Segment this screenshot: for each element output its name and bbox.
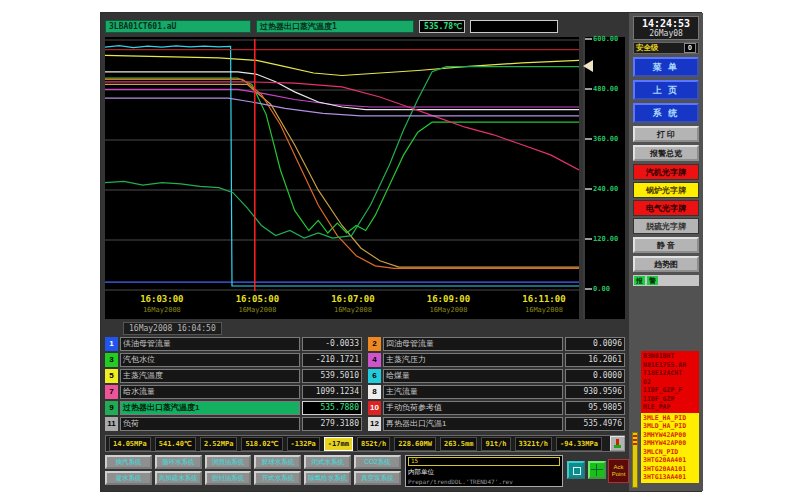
pen-entry-field[interactable]	[470, 20, 558, 33]
pen-value: 279.3180	[302, 417, 362, 431]
nav-button[interactable]: 打 印	[633, 126, 699, 142]
clock-panel: 14:24:53 26May08	[633, 16, 699, 40]
bottom-panel: 抽汽系统循环水系统润滑油系统胶球水系统闭式水系统CO2系统 凝水系统高加疏水系统…	[105, 455, 625, 489]
nav-button[interactable]: 系 统	[633, 103, 699, 123]
y-tick-mark	[585, 188, 592, 190]
x-tick-label: 16:11:00	[504, 294, 584, 304]
system-screen-button[interactable]: 抽汽系统	[105, 455, 152, 469]
mute-button[interactable]: 静 音	[633, 237, 699, 253]
pen-name: 负荷	[120, 417, 300, 431]
alarm-tag[interactable]: 3MHYW42AP00	[643, 431, 699, 440]
legend-row[interactable]: 12再热器出口汽温1535.4976	[368, 417, 625, 431]
system-screen-button[interactable]: 密封油系统	[205, 471, 252, 485]
link-icon[interactable]	[567, 461, 585, 479]
alarm-tag[interactable]: 3MLCN_PID	[643, 448, 699, 457]
alarm-tag[interactable]: 1IDF_GZP	[643, 395, 699, 404]
system-screen-button[interactable]: 凝水系统	[105, 471, 152, 485]
legend-row[interactable]: 8主汽流量930.9596	[368, 385, 625, 399]
x-tick-label: 16:07:00	[313, 294, 393, 304]
alarm-tag[interactable]: 3MLE_HA_PID	[643, 414, 699, 423]
pen-name: 供油母管流量	[120, 337, 300, 351]
system-screen-button[interactable]: 胶球水系统	[254, 455, 301, 469]
annunciator-button[interactable]: 汽机光字牌	[633, 164, 699, 180]
annunciator-button[interactable]: 电气光字牌	[633, 200, 699, 216]
system-screen-button[interactable]: 润滑油系统	[205, 455, 252, 469]
pen-name: 主汽流量	[383, 385, 563, 399]
annunciator-button[interactable]: 脱硫光字牌	[633, 218, 699, 234]
alarm-tag[interactable]: MLE_PAP	[643, 403, 699, 412]
alarm-scroll-strip[interactable]	[632, 432, 638, 488]
status-value: 91t/h	[481, 437, 510, 451]
nav-button[interactable]: 上 页	[633, 80, 699, 100]
alarm-tag[interactable]: 3MLD_HA_PID	[643, 422, 699, 431]
grid-icon[interactable]	[588, 461, 606, 479]
alarm-lists: B3N01BHTN01E1755.AHT18E12ACHTO21IDF_GZP_…	[641, 351, 699, 483]
system-screen-button[interactable]: 闭式水系统	[304, 455, 351, 469]
indicator-cell[interactable]: 警	[647, 276, 658, 285]
value-scale: 600.00480.00360.00240.00120.000.00	[583, 37, 625, 319]
alarm-tag[interactable]: T18E12ACHT	[643, 369, 699, 378]
system-screen-button[interactable]: 循环水系统	[155, 455, 202, 469]
console-line1: 内部单位	[408, 468, 560, 477]
system-screen-button[interactable]: 真空泵系统	[354, 471, 401, 485]
system-screen-button[interactable]: 除氧给水系统	[304, 471, 351, 485]
pen-value: 535.4976	[565, 417, 625, 431]
alarm-tag[interactable]: 3HTG20AA101	[643, 465, 699, 474]
security-level-bar: 安全级 0	[633, 42, 699, 54]
status-value: 518.02℃	[241, 437, 282, 451]
system-screen-button[interactable]: 高加疏水系统	[155, 471, 202, 485]
alarm-tag[interactable]: N01E1755.AH	[643, 361, 699, 370]
time-axis: 16:03:0016May200816:05:0016May200816:07:…	[105, 291, 579, 319]
y-tick-label: 480.00	[593, 85, 625, 93]
indicator-cell[interactable]: 报	[634, 276, 645, 285]
legend-row[interactable]: 3汽包水位-210.1721	[105, 353, 362, 367]
alarm-tag[interactable]: B3N01BHT	[643, 352, 699, 361]
pen-color-chip: 1	[105, 337, 118, 351]
legend-row[interactable]: 7给水流量1099.1234	[105, 385, 362, 399]
trend-plot[interactable]	[105, 39, 579, 291]
annunciator-button[interactable]: 锅炉光字牌	[633, 182, 699, 198]
legend-row[interactable]: 1供油母管流量-0.0033	[105, 337, 362, 351]
cursor-tool-icon[interactable]	[610, 436, 625, 451]
pen-name: 回油母管流量	[383, 337, 563, 351]
status-value: 852t/h	[357, 437, 390, 451]
trend-page-button[interactable]: 趋势图	[633, 256, 699, 272]
legend-row[interactable]: 2回油母管流量0.0096	[368, 337, 625, 351]
pen-tag-box[interactable]: 3LBA01CT601.aU	[105, 20, 251, 33]
pen-color-chip: 5	[105, 369, 118, 383]
console-input[interactable]: 15	[408, 457, 560, 466]
trend-chart: 16:03:0016May200816:05:0016May200816:07:…	[105, 37, 579, 319]
status-value: 263.5mm	[440, 437, 478, 451]
alarm-tag[interactable]: 3HTG20AA401	[643, 456, 699, 465]
pen-name: 主蒸汽压力	[383, 353, 563, 367]
legend-row[interactable]: 6给煤量0.0000	[368, 369, 625, 383]
pen-color-chip: 6	[368, 369, 381, 383]
system-screen-button[interactable]: 开式水系统	[254, 471, 301, 485]
alarm-tag[interactable]: 3HTG13AA401	[643, 473, 699, 482]
nav-button[interactable]: 菜 单	[633, 57, 699, 77]
legend-row[interactable]: 9过热器出口蒸汽温度1535.7880	[105, 401, 362, 415]
scale-pointer-icon[interactable]	[583, 60, 593, 72]
x-tick-label: 16:03:00	[122, 294, 202, 304]
alarm-tag[interactable]: 3MHYW42AP00	[643, 439, 699, 448]
status-value: 14.05MPa	[109, 437, 151, 451]
legend-row[interactable]: 5主蒸汽温度539.5010	[105, 369, 362, 383]
alarm-tag[interactable]: O2	[643, 378, 699, 387]
cursor-timestamp: 16May2008 16:04:50	[123, 322, 222, 335]
pen-name-box[interactable]: 过热器出口蒸汽温度1	[256, 20, 414, 33]
alarm-tag[interactable]: 1IDF_GZP_F	[643, 386, 699, 395]
legend-row[interactable]: 10手动负荷参考值95.9805	[368, 401, 625, 415]
legend-row[interactable]: 11负荷279.3180	[105, 417, 362, 431]
system-screen-button[interactable]: CO2系统	[354, 455, 401, 469]
dcs-trend-window: 3LBA01CT601.aU 过热器出口蒸汽温度1 535.78℃ 16:03:…	[100, 12, 702, 492]
ack-point-button[interactable]: Ack Point	[608, 459, 629, 483]
legend-row[interactable]: 4主蒸汽压力16.2061	[368, 353, 625, 367]
nav-button[interactable]: 报警总览	[633, 145, 699, 161]
pen-color-chip: 2	[368, 337, 381, 351]
y-tick-mark	[585, 88, 592, 90]
y-tick-mark	[585, 38, 592, 40]
pen-value-box: 535.78℃	[419, 20, 465, 33]
console-line2: Prepar/trendDDL.'TREND47'.rev	[408, 478, 560, 485]
pen-value: 1099.1234	[302, 385, 362, 399]
pen-color-chip: 7	[105, 385, 118, 399]
